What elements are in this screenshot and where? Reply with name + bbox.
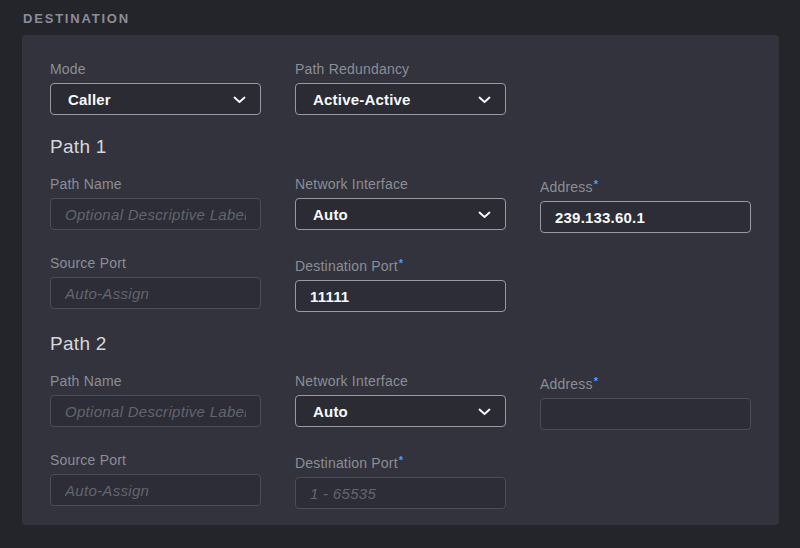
field-path1-destination-port: Destination Port* bbox=[295, 256, 506, 312]
mode-select[interactable]: Caller bbox=[50, 83, 261, 115]
mode-select-wrap: Caller bbox=[50, 83, 261, 115]
field-path-redundancy: Path Redundancy Active-Active bbox=[295, 62, 506, 115]
mode-label: Mode bbox=[50, 62, 261, 76]
path2-source-port-label: Source Port bbox=[50, 453, 261, 467]
path2-destination-port-label-text: Destination Port bbox=[295, 455, 398, 471]
field-path2-address: Address* bbox=[540, 374, 751, 430]
form-row-path2-ports: Source Port Destination Port* bbox=[50, 453, 751, 509]
field-path2-destination-port: Destination Port* bbox=[295, 453, 506, 509]
form-row-path1-ports: Source Port Destination Port* bbox=[50, 256, 751, 312]
path-1-heading: Path 1 bbox=[50, 137, 751, 157]
path2-network-interface-select[interactable]: Auto bbox=[295, 395, 506, 427]
path2-destination-port-label: Destination Port* bbox=[295, 453, 506, 470]
field-path2-network-interface: Network Interface Auto bbox=[295, 374, 506, 430]
path-2-heading: Path 2 bbox=[50, 334, 751, 354]
form-row-path2-top: Path Name Network Interface Auto Address… bbox=[50, 374, 751, 430]
field-path1-path-name: Path Name bbox=[50, 177, 261, 233]
field-path1-address: Address* bbox=[540, 177, 751, 233]
path1-path-name-label: Path Name bbox=[50, 177, 261, 191]
row-spacer bbox=[540, 62, 751, 115]
path-redundancy-label: Path Redundancy bbox=[295, 62, 506, 76]
path2-destination-port-input[interactable] bbox=[295, 477, 506, 509]
path1-destination-port-label-text: Destination Port bbox=[295, 258, 398, 274]
form-row-path1-top: Path Name Network Interface Auto Address… bbox=[50, 177, 751, 233]
path2-source-port-input[interactable] bbox=[50, 474, 261, 506]
field-path2-path-name: Path Name bbox=[50, 374, 261, 430]
path2-address-label-text: Address bbox=[540, 376, 593, 392]
path1-network-interface-select-wrap: Auto bbox=[295, 198, 506, 230]
row-spacer bbox=[540, 453, 751, 509]
path1-source-port-input[interactable] bbox=[50, 277, 261, 309]
required-asterisk: * bbox=[594, 178, 598, 190]
path2-network-interface-label: Network Interface bbox=[295, 374, 506, 388]
form-row-mode: Mode Caller Path Redundancy Active-Activ… bbox=[50, 62, 751, 115]
path2-path-name-input[interactable] bbox=[50, 395, 261, 427]
path1-address-label: Address* bbox=[540, 177, 751, 194]
path2-path-name-label: Path Name bbox=[50, 374, 261, 388]
path1-source-port-label: Source Port bbox=[50, 256, 261, 270]
path1-path-name-input[interactable] bbox=[50, 198, 261, 230]
required-asterisk: * bbox=[594, 375, 598, 387]
path1-destination-port-label: Destination Port* bbox=[295, 256, 506, 273]
row-spacer bbox=[540, 256, 751, 312]
section-title-destination: DESTINATION bbox=[23, 11, 800, 26]
path1-address-label-text: Address bbox=[540, 179, 593, 195]
path-redundancy-select-wrap: Active-Active bbox=[295, 83, 506, 115]
destination-panel: Mode Caller Path Redundancy Active-Activ… bbox=[22, 35, 779, 525]
path2-address-input[interactable] bbox=[540, 398, 751, 430]
field-path1-network-interface: Network Interface Auto bbox=[295, 177, 506, 233]
field-path2-source-port: Source Port bbox=[50, 453, 261, 509]
path2-address-label: Address* bbox=[540, 374, 751, 391]
path1-address-input[interactable] bbox=[540, 201, 751, 233]
required-asterisk: * bbox=[399, 257, 403, 269]
path1-destination-port-input[interactable] bbox=[295, 280, 506, 312]
path1-network-interface-select[interactable]: Auto bbox=[295, 198, 506, 230]
required-asterisk: * bbox=[399, 454, 403, 466]
path2-network-interface-select-wrap: Auto bbox=[295, 395, 506, 427]
path-redundancy-select[interactable]: Active-Active bbox=[295, 83, 506, 115]
field-path1-source-port: Source Port bbox=[50, 256, 261, 312]
path1-network-interface-label: Network Interface bbox=[295, 177, 506, 191]
field-mode: Mode Caller bbox=[50, 62, 261, 115]
